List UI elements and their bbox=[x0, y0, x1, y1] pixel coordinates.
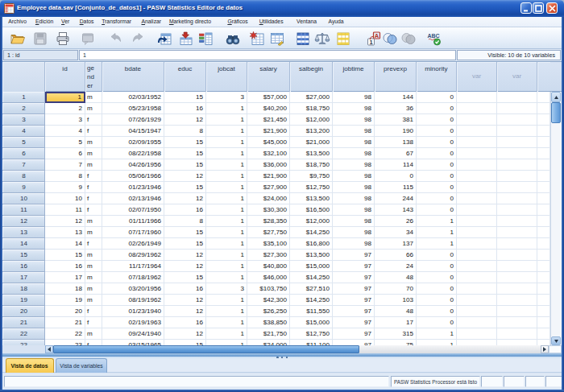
cell-var-8[interactable] bbox=[497, 171, 537, 182]
cell-salary-4[interactable]: $21,900 bbox=[247, 126, 290, 137]
row-header-7[interactable]: 7 bbox=[2, 159, 45, 171]
cell-educ-13[interactable]: 15 bbox=[164, 227, 206, 238]
column-header-salary[interactable]: salary bbox=[247, 62, 290, 92]
row-header-14[interactable]: 14 bbox=[2, 238, 45, 250]
row-header-17[interactable]: 17 bbox=[2, 272, 45, 283]
cell-bdate-13[interactable]: 07/17/1960 bbox=[102, 227, 164, 238]
row-header-8[interactable]: 8 bbox=[2, 171, 45, 182]
cell-jobcat-6[interactable]: 1 bbox=[206, 148, 247, 159]
cell-educ-17[interactable]: 15 bbox=[164, 272, 206, 283]
cell-prevexp-23[interactable]: 75 bbox=[375, 340, 417, 345]
cell-var-22[interactable] bbox=[497, 328, 537, 340]
cell-gender-9[interactable]: f bbox=[85, 182, 102, 193]
column-header-prevexp[interactable]: prevexp bbox=[375, 62, 417, 92]
cell-salbegin-8[interactable]: $9,750 bbox=[290, 171, 333, 182]
cell-jobtime-22[interactable]: 97 bbox=[333, 328, 375, 340]
cell-gender-21[interactable]: f bbox=[85, 317, 102, 328]
cell-salbegin-19[interactable]: $14,250 bbox=[290, 295, 333, 306]
cell-jobtime-20[interactable]: 97 bbox=[333, 306, 375, 317]
column-header-bdate[interactable]: bdate bbox=[102, 62, 164, 92]
cell-gender-14[interactable]: f bbox=[85, 238, 102, 250]
cell-salbegin-4[interactable]: $13,200 bbox=[290, 126, 333, 137]
cell-minority-8[interactable]: 0 bbox=[417, 171, 457, 182]
cell-prevexp-16[interactable]: 24 bbox=[375, 261, 417, 272]
weight-cases-button[interactable] bbox=[312, 29, 333, 47]
cell-jobtime-3[interactable]: 98 bbox=[333, 114, 375, 126]
cell-var-17[interactable] bbox=[457, 272, 497, 283]
cell-minority-16[interactable]: 0 bbox=[417, 261, 457, 272]
cell-salbegin-17[interactable]: $14,250 bbox=[290, 272, 333, 283]
cell-salary-6[interactable]: $32,100 bbox=[247, 148, 290, 159]
horizontal-scroll-thumb[interactable] bbox=[53, 345, 359, 353]
cell-salary-10[interactable]: $24,000 bbox=[247, 193, 290, 204]
cell-jobcat-3[interactable]: 1 bbox=[206, 114, 247, 126]
cell-id-13[interactable]: 13 bbox=[45, 227, 85, 238]
cell-bdate-8[interactable]: 05/06/1966 bbox=[102, 171, 164, 182]
cell-var-20[interactable] bbox=[497, 306, 537, 317]
cell-jobcat-11[interactable]: 1 bbox=[206, 204, 247, 216]
cell-educ-2[interactable]: 16 bbox=[164, 103, 206, 114]
cell-salary-22[interactable]: $21,750 bbox=[247, 328, 290, 340]
cell-minority-7[interactable]: 0 bbox=[417, 159, 457, 171]
cell-gender-3[interactable]: f bbox=[85, 114, 102, 126]
cell-empty-18[interactable] bbox=[537, 283, 550, 295]
cell-salary-19[interactable]: $42,300 bbox=[247, 295, 290, 306]
cell-minority-23[interactable]: 1 bbox=[417, 340, 457, 345]
cell-minority-13[interactable]: 1 bbox=[417, 227, 457, 238]
cell-var-18[interactable] bbox=[497, 283, 537, 295]
cell-empty-10[interactable] bbox=[537, 193, 550, 204]
scroll-up-button[interactable] bbox=[551, 92, 561, 102]
cell-minority-5[interactable]: 0 bbox=[417, 137, 457, 148]
save-document-button[interactable] bbox=[30, 29, 51, 47]
cell-gender-19[interactable]: m bbox=[85, 295, 102, 306]
cell-salary-3[interactable]: $21,450 bbox=[247, 114, 290, 126]
horizontal-scrollbar[interactable] bbox=[45, 345, 549, 353]
cell-jobtime-5[interactable]: 98 bbox=[333, 137, 375, 148]
cell-bdate-22[interactable]: 09/24/1940 bbox=[102, 328, 164, 340]
cell-id-9[interactable]: 9 bbox=[45, 182, 85, 193]
cell-gender-12[interactable]: m bbox=[85, 216, 102, 227]
title-bar[interactable]: Employee data.sav [Conjunto_de_datos1] -… bbox=[0, 0, 564, 17]
cell-educ-16[interactable]: 12 bbox=[164, 261, 206, 272]
cell-gender-8[interactable]: f bbox=[85, 171, 102, 182]
cell-var-20[interactable] bbox=[457, 306, 497, 317]
cell-educ-5[interactable]: 15 bbox=[164, 137, 206, 148]
cell-id-20[interactable]: 20 bbox=[45, 306, 85, 317]
row-header-21[interactable]: 21 bbox=[2, 317, 45, 328]
cell-gender-23[interactable]: f bbox=[85, 340, 102, 345]
cell-jobcat-10[interactable]: 1 bbox=[206, 193, 247, 204]
cell-empty-17[interactable] bbox=[537, 272, 550, 283]
column-header-salbegin[interactable]: salbegin bbox=[290, 62, 333, 92]
menu-ayuda[interactable]: Ayuda bbox=[329, 17, 344, 27]
menu-ver[interactable]: Ver bbox=[61, 17, 69, 27]
cell-empty-14[interactable] bbox=[537, 238, 550, 250]
cell-jobcat-9[interactable]: 1 bbox=[206, 182, 247, 193]
cell-bdate-12[interactable]: 01/11/1966 bbox=[102, 216, 164, 227]
column-header-gender[interactable]: gender bbox=[85, 62, 102, 92]
scroll-down-button[interactable] bbox=[551, 336, 561, 345]
cell-id-6[interactable]: 6 bbox=[45, 148, 85, 159]
cell-bdate-16[interactable]: 11/17/1964 bbox=[102, 261, 164, 272]
row-header-20[interactable]: 20 bbox=[2, 306, 45, 317]
cell-minority-18[interactable]: 0 bbox=[417, 283, 457, 295]
cell-salary-12[interactable]: $28,350 bbox=[247, 216, 290, 227]
cell-empty-4[interactable] bbox=[537, 126, 550, 137]
cell-jobtime-12[interactable]: 98 bbox=[333, 216, 375, 227]
cell-jobcat-17[interactable]: 1 bbox=[206, 272, 247, 283]
cell-jobcat-20[interactable]: 1 bbox=[206, 306, 247, 317]
selected-cell[interactable]: 1 bbox=[45, 92, 85, 103]
cell-prevexp-9[interactable]: 115 bbox=[375, 182, 417, 193]
menu-utilidades[interactable]: Utilidades bbox=[259, 17, 284, 27]
cell-educ-9[interactable]: 15 bbox=[164, 182, 206, 193]
cell-empty-21[interactable] bbox=[537, 317, 550, 328]
cell-prevexp-15[interactable]: 66 bbox=[375, 250, 417, 261]
cell-salary-16[interactable]: $40,800 bbox=[247, 261, 290, 272]
cell-bdate-20[interactable]: 01/23/1940 bbox=[102, 306, 164, 317]
cell-var-19[interactable] bbox=[497, 295, 537, 306]
row-header-16[interactable]: 16 bbox=[2, 261, 45, 272]
cell-empty-5[interactable] bbox=[537, 137, 550, 148]
cell-var-10[interactable] bbox=[497, 193, 537, 204]
menu-transformar[interactable]: Transformar bbox=[102, 17, 131, 27]
row-header-10[interactable]: 10 bbox=[2, 193, 45, 204]
cell-prevexp-1[interactable]: 144 bbox=[375, 92, 417, 103]
